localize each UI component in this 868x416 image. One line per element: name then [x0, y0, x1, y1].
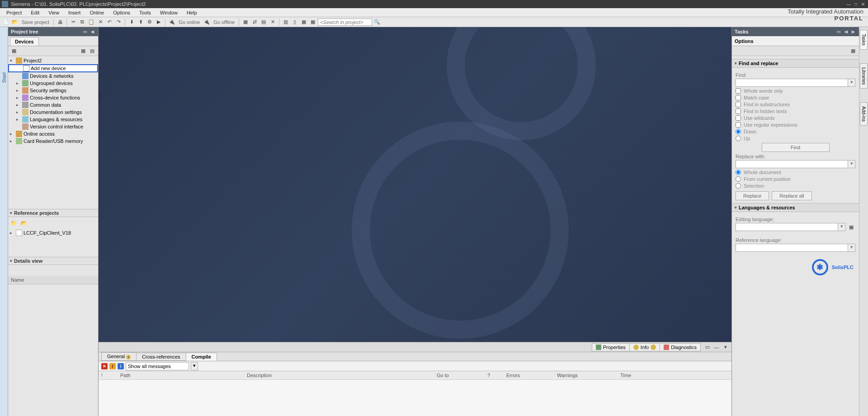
reference-language-input[interactable] [736, 244, 848, 252]
tab-info[interactable]: Info [629, 343, 660, 351]
message-filter-input[interactable] [126, 362, 189, 370]
chk-hidden[interactable] [736, 109, 741, 114]
subtab-compile[interactable]: Compile [186, 353, 217, 361]
copy-icon[interactable]: ⧉ [78, 18, 86, 26]
reference-projects-header[interactable]: ▾Reference projects [8, 209, 98, 217]
tree-toolbar-icon[interactable]: ▦ [10, 47, 18, 55]
go-offline-button[interactable]: Go offline [212, 19, 236, 25]
undo-icon[interactable]: ↶ [105, 18, 113, 26]
radio-up[interactable] [736, 136, 741, 141]
tree-item-0[interactable]: Add new device [8, 64, 98, 72]
upload-icon[interactable]: ⬆ [137, 18, 145, 26]
tree-item-8[interactable]: Version control interface [8, 123, 98, 130]
ref-open-icon[interactable]: 📂 [20, 219, 28, 227]
menu-options[interactable]: Options [108, 9, 135, 16]
cut-icon[interactable]: ✂ [69, 18, 77, 26]
menu-project[interactable]: Project [2, 9, 26, 16]
replace-button[interactable]: Replace [736, 191, 769, 200]
menu-online[interactable]: Online [85, 9, 108, 16]
compile-col-warnings[interactable]: Warnings [554, 371, 618, 380]
message-filter-dropdown[interactable]: ▾ [191, 362, 198, 370]
reference-language-dropdown-icon[interactable]: ▾ [848, 244, 855, 252]
chk-whole-words[interactable] [736, 88, 741, 94]
split-v-icon[interactable]: ▯ [291, 18, 299, 26]
tree-item-4[interactable]: ▸Cross-device functions [8, 94, 98, 101]
find-button[interactable]: Find [762, 143, 830, 152]
compile-col-errors[interactable]: Errors [504, 371, 554, 380]
hmi-icon[interactable]: ▦ [241, 18, 250, 26]
replace-all-button[interactable]: Replace all [772, 191, 811, 200]
minimize-button[interactable]: — [845, 1, 852, 7]
editing-language-dropdown-icon[interactable]: ▾ [838, 223, 845, 231]
menu-view[interactable]: View [44, 9, 64, 16]
menu-insert[interactable]: Insert [64, 9, 85, 16]
menu-help[interactable]: Help [182, 9, 202, 16]
go-online-button[interactable]: Go online [177, 19, 202, 25]
search-input[interactable] [318, 19, 372, 26]
accessible-icon[interactable]: ▤ [259, 18, 268, 26]
warning-filter-icon[interactable]: ! [109, 363, 116, 369]
tab-devices[interactable]: Devices [10, 37, 39, 46]
radio-down[interactable] [736, 129, 741, 134]
tab-properties[interactable]: Properties [592, 343, 630, 351]
compile-col-[interactable]: ? [485, 371, 504, 380]
download-icon[interactable]: ⬇ [127, 18, 136, 26]
details-view-header[interactable]: ▾Details view [8, 257, 98, 265]
delete-icon[interactable]: ✕ [96, 18, 104, 26]
menu-edit[interactable]: Edit [26, 9, 44, 16]
save-project-button[interactable]: Save project [20, 19, 51, 25]
tree-item-1[interactable]: Devices & networks [8, 72, 98, 80]
stop-icon[interactable]: ✕ [269, 18, 277, 26]
error-filter-icon[interactable]: ✕ [101, 363, 108, 369]
tasks-prev-icon[interactable]: ◀ [843, 28, 849, 35]
print-icon[interactable]: 🖶 [56, 18, 64, 26]
search-icon[interactable]: 🔍 [373, 18, 381, 26]
radio-whole-doc[interactable] [736, 170, 741, 175]
chk-wildcards[interactable] [736, 115, 741, 121]
tree-item-3[interactable]: ▸Security settings [8, 87, 98, 94]
compile-col-[interactable]: ! [99, 371, 118, 380]
menu-tools[interactable]: Tools [135, 9, 156, 16]
subtab-cross-references[interactable]: Cross-references [136, 353, 186, 361]
inspector-layout-icon[interactable]: ▭ [703, 343, 712, 351]
new-project-icon[interactable]: 📄 [2, 18, 10, 26]
tree-view2-icon[interactable]: ▤ [88, 47, 96, 55]
editing-language-input[interactable] [736, 223, 838, 231]
split-h-icon[interactable]: ▥ [282, 18, 290, 26]
vtab-libraries[interactable]: Libraries [860, 63, 868, 89]
group-find-replace[interactable]: ▾Find and replace [732, 59, 859, 68]
editing-language-flag-icon[interactable]: ▦ [847, 223, 855, 231]
inspector-expand-icon[interactable]: ▾ [722, 343, 730, 351]
maximize-button[interactable]: □ [853, 1, 859, 7]
info-filter-icon[interactable]: i [118, 363, 124, 369]
tree-extra-0[interactable]: ▸Online access [8, 130, 98, 137]
tree-item-5[interactable]: ▸Common data [8, 101, 98, 109]
compile-col-path[interactable]: Path [118, 371, 244, 380]
reference-project-item[interactable]: ▸ LCCF_CipClient_V18 [10, 229, 96, 237]
tree-item-6[interactable]: ▸Documentation settings [8, 109, 98, 116]
close-button[interactable]: ✕ [860, 1, 866, 7]
simulate-icon[interactable]: ▶ [155, 18, 163, 26]
layout2-icon[interactable]: ▦ [309, 18, 317, 26]
tab-diagnostics[interactable]: Diagnostics [660, 343, 701, 351]
open-project-icon[interactable]: 📂 [11, 18, 19, 26]
chk-regex[interactable] [736, 122, 741, 128]
compile-icon[interactable]: ⚙ [146, 18, 154, 26]
ref-add-icon[interactable]: 📁 [10, 219, 18, 227]
compile-col-time[interactable]: Time [618, 371, 731, 380]
tree-item-2[interactable]: ▸Ungrouped devices [8, 80, 98, 87]
options-view-icon[interactable]: ▦ [849, 47, 857, 55]
vtab-add-ins[interactable]: Add-ins [860, 102, 868, 126]
go-online-icon[interactable]: 🔌 [168, 18, 176, 26]
panel-float-icon[interactable]: ▭ [82, 28, 88, 35]
subtab-general[interactable]: Generali [101, 352, 137, 361]
compare-icon[interactable]: ⇄ [250, 18, 259, 26]
compile-col-description[interactable]: Description [244, 371, 434, 380]
menu-window[interactable]: Window [156, 9, 182, 16]
chk-substructures[interactable] [736, 102, 741, 107]
tree-item-7[interactable]: ▸Languages & resources [8, 116, 98, 123]
tree-extra-1[interactable]: ▸Card Reader/USB memory [8, 137, 98, 145]
panel-collapse-icon[interactable]: ◀ [89, 28, 95, 35]
tasks-next-icon[interactable]: ▶ [850, 28, 856, 35]
paste-icon[interactable]: 📋 [87, 18, 95, 26]
